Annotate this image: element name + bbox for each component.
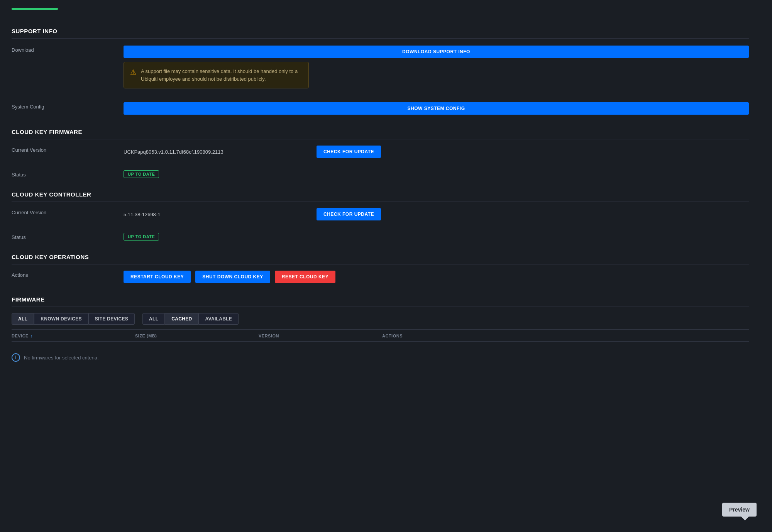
controller-version-value: 5.11.38-12698-1 xyxy=(124,212,309,217)
system-config-label: System Config xyxy=(12,102,124,110)
controller-status-content: UP TO DATE xyxy=(124,233,749,241)
no-firmware-row: i No firmwares for selected criteria. xyxy=(12,342,749,373)
operations-actions-content: RESTART CLOUD KEY SHUT DOWN CLOUD KEY RE… xyxy=(124,271,749,283)
cloud-key-firmware-title: CLOUD KEY FIRMWARE xyxy=(12,122,749,139)
actions-buttons-row: RESTART CLOUD KEY SHUT DOWN CLOUD KEY RE… xyxy=(124,271,749,283)
no-firmware-message: No firmwares for selected criteria. xyxy=(24,355,99,361)
filter-btn-available[interactable]: AVAILABLE xyxy=(198,313,239,325)
cloud-key-operations-title: CLOUD KEY OPERATIONS xyxy=(12,247,749,264)
firmware-check-update-button[interactable]: CHECK FOR UPDATE xyxy=(317,146,381,158)
firmware-status-row: Status UP TO DATE xyxy=(12,164,749,184)
cloud-key-controller-title: CLOUD KEY CONTROLLER xyxy=(12,184,749,202)
firmware-status-label: Status xyxy=(12,170,124,178)
system-config-content: SHOW SYSTEM CONFIG xyxy=(124,102,749,115)
download-row: Download DOWNLOAD SUPPORT INFO ⚠ A suppo… xyxy=(12,39,749,95)
operations-actions-label: Actions xyxy=(12,271,124,278)
controller-status-row: Status UP TO DATE xyxy=(12,227,749,247)
download-support-info-button[interactable]: DOWNLOAD SUPPORT INFO xyxy=(124,46,749,58)
controller-check-update-button[interactable]: CHECK FOR UPDATE xyxy=(317,208,381,220)
shutdown-cloud-key-button[interactable]: SHUT DOWN CLOUD KEY xyxy=(195,271,270,283)
firmware-table-header: DEVICE ↑ SIZE (MB) VERSION ACTIONS xyxy=(12,329,749,342)
controller-version-row: Current Version 5.11.38-12698-1 CHECK FO… xyxy=(12,202,749,227)
download-label: Download xyxy=(12,46,124,53)
firmware-section-title: FIRMWARE xyxy=(12,289,749,307)
controller-version-content: 5.11.38-12698-1 CHECK FOR UPDATE xyxy=(124,208,749,220)
preview-badge: Preview xyxy=(722,503,757,517)
controller-status-label: Status xyxy=(12,233,124,240)
show-system-config-button[interactable]: SHOW SYSTEM CONFIG xyxy=(124,102,749,115)
filter-btn-site-devices[interactable]: SITE DEVICES xyxy=(88,313,135,325)
restart-cloud-key-button[interactable]: RESTART CLOUD KEY xyxy=(124,271,191,283)
th-size: SIZE (MB) xyxy=(135,334,259,338)
firmware-version-and-btn: UCKPapq8053.v1.0.11.7df68cf.190809.2113 … xyxy=(124,146,749,158)
firmware-section: FIRMWARE ALL KNOWN DEVICES SITE DEVICES … xyxy=(12,289,749,373)
support-info-section: SUPPORT INFO Download DOWNLOAD SUPPORT I… xyxy=(12,21,749,122)
th-device-label[interactable]: DEVICE xyxy=(12,334,29,338)
warning-icon: ⚠ xyxy=(130,68,136,76)
sort-arrow-icon: ↑ xyxy=(30,334,33,338)
filter-btn-cached[interactable]: CACHED xyxy=(165,313,198,325)
filter-btn-all-1[interactable]: ALL xyxy=(12,313,34,325)
th-actions: ACTIONS xyxy=(382,334,749,338)
cloud-key-operations-section: CLOUD KEY OPERATIONS Actions RESTART CLO… xyxy=(12,247,749,289)
controller-version-and-btn: 5.11.38-12698-1 CHECK FOR UPDATE xyxy=(124,208,749,220)
info-icon: i xyxy=(12,353,20,362)
reset-cloud-key-button[interactable]: RESET CLOUD KEY xyxy=(275,271,336,283)
support-info-title: SUPPORT INFO xyxy=(12,21,749,38)
firmware-version-label: Current Version xyxy=(12,146,124,153)
warning-box: ⚠ A support file may contain sensitive d… xyxy=(124,62,309,88)
filter-btn-known-devices[interactable]: KNOWN DEVICES xyxy=(34,313,88,325)
operations-actions-row: Actions RESTART CLOUD KEY SHUT DOWN CLOU… xyxy=(12,264,749,289)
system-config-row: System Config SHOW SYSTEM CONFIG xyxy=(12,95,749,122)
filter-btn-all-2[interactable]: ALL xyxy=(142,313,165,325)
th-version: VERSION xyxy=(259,334,382,338)
firmware-status-content: UP TO DATE xyxy=(124,170,749,178)
progress-bar xyxy=(12,8,58,10)
warning-text: A support file may contain sensitive dat… xyxy=(141,68,302,83)
firmware-status-badge: UP TO DATE xyxy=(124,170,159,178)
cloud-key-controller-section: CLOUD KEY CONTROLLER Current Version 5.1… xyxy=(12,184,749,247)
th-device: DEVICE ↑ xyxy=(12,334,135,338)
firmware-version-value: UCKPapq8053.v1.0.11.7df68cf.190809.2113 xyxy=(124,149,309,155)
firmware-version-row: Current Version UCKPapq8053.v1.0.11.7df6… xyxy=(12,139,749,164)
controller-version-label: Current Version xyxy=(12,208,124,215)
firmware-filter-group2: ALL CACHED AVAILABLE xyxy=(142,313,239,325)
firmware-filter-group1: ALL KNOWN DEVICES SITE DEVICES xyxy=(12,313,135,325)
cloud-key-firmware-section: CLOUD KEY FIRMWARE Current Version UCKPa… xyxy=(12,122,749,184)
firmware-filters: ALL KNOWN DEVICES SITE DEVICES ALL CACHE… xyxy=(12,307,749,329)
download-content: DOWNLOAD SUPPORT INFO ⚠ A support file m… xyxy=(124,46,749,88)
firmware-version-content: UCKPapq8053.v1.0.11.7df68cf.190809.2113 … xyxy=(124,146,749,158)
controller-status-badge: UP TO DATE xyxy=(124,233,159,241)
